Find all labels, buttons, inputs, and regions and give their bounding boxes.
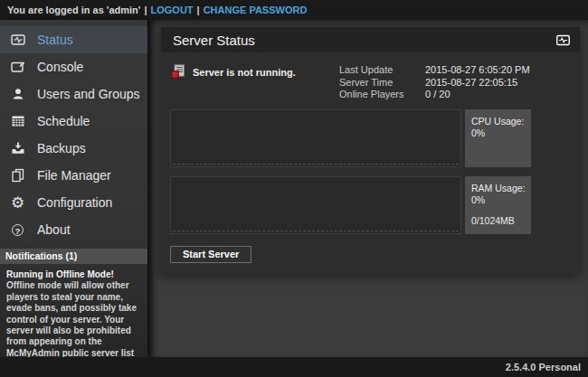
notifications-header: Notifications (1) xyxy=(0,249,147,264)
ram-usage-graph xyxy=(170,176,461,234)
separator: | xyxy=(197,5,200,15)
main-area: Server Status Server is not running. Las… xyxy=(147,20,588,357)
cpu-usage-label: CPU Usage: xyxy=(471,116,527,127)
sidebar-item-backups[interactable]: Backups xyxy=(0,135,147,162)
sidebar-item-console[interactable]: Console xyxy=(0,53,147,80)
file-manager-icon xyxy=(10,168,25,183)
sidebar-item-configuration[interactable]: ⚙ Configuration xyxy=(0,189,147,216)
server-status-message: Server is not running. xyxy=(193,67,296,78)
ram-usage-panel: RAM Usage: 0% 0/1024MB xyxy=(465,176,531,234)
info-row-last-update: Last Update 2015-08-27 6:05:20 PM xyxy=(339,64,565,77)
start-server-button[interactable]: Start Server xyxy=(170,246,251,263)
sidebar-item-label: Console xyxy=(37,60,83,74)
footer-bar: 2.5.4.0 Personal xyxy=(0,357,588,377)
status-icon xyxy=(555,33,571,47)
cpu-usage-value: 0% xyxy=(471,127,527,139)
change-password-link[interactable]: CHANGE PASSWORD xyxy=(204,5,308,15)
sidebar-item-label: File Manager xyxy=(37,168,111,183)
info-label: Online Players xyxy=(339,89,425,101)
console-icon xyxy=(10,60,25,74)
sidebar-item-status[interactable]: Status xyxy=(0,26,147,53)
info-value: 2015-08-27 22:05:15 xyxy=(425,77,565,90)
status-row: Server is not running. Last Update 2015-… xyxy=(170,64,570,101)
sidebar-item-label: Backups xyxy=(37,141,86,156)
sidebar-item-about[interactable]: ? About xyxy=(0,216,147,243)
info-value: 0 / 20 xyxy=(425,89,565,101)
logged-in-text: You are logged in as 'admin' xyxy=(7,5,140,15)
schedule-icon xyxy=(10,114,25,128)
version-label: 2.5.4.0 Personal xyxy=(506,362,581,372)
sidebar-item-label: Configuration xyxy=(37,195,112,210)
info-row-server-time: Server Time 2015-08-27 22:05:15 xyxy=(339,77,565,90)
server-status-card: Server Status Server is not running. Las… xyxy=(161,27,580,275)
graph-zero-line xyxy=(173,164,459,165)
card-body: Server is not running. Last Update 2015-… xyxy=(161,52,580,275)
separator: | xyxy=(144,5,147,15)
sidebar-item-file-manager[interactable]: File Manager xyxy=(0,162,147,189)
status-icon xyxy=(10,33,25,47)
sidebar-item-schedule[interactable]: Schedule xyxy=(0,108,147,135)
gear-icon: ⚙ xyxy=(10,195,25,210)
backups-icon xyxy=(10,141,25,156)
logout-link[interactable]: LOGOUT xyxy=(151,5,194,15)
sidebar-item-users-and-groups[interactable]: Users and Groups xyxy=(0,80,147,108)
server-report-icon xyxy=(170,64,185,79)
info-label: Server Time xyxy=(339,77,425,90)
info-row-online-players: Online Players 0 / 20 xyxy=(339,89,565,101)
cpu-usage-row: CPU Usage: 0% xyxy=(170,109,570,167)
cpu-usage-graph xyxy=(170,109,461,167)
question-icon: ? xyxy=(10,224,25,236)
users-icon xyxy=(10,87,25,101)
notification-title: Running in Offline Mode! xyxy=(6,269,141,280)
ram-usage-row: RAM Usage: 0% 0/1024MB xyxy=(170,176,570,234)
sidebar-item-label: Status xyxy=(37,33,73,47)
ram-usage-detail: 0/1024MB xyxy=(471,215,527,227)
info-label: Last Update xyxy=(339,64,425,77)
card-header: Server Status xyxy=(161,27,580,52)
sidebar: Status Console Users and Groups Schedule… xyxy=(0,20,147,357)
topbar: You are logged in as 'admin'|LOGOUT|CHAN… xyxy=(0,0,588,20)
graph-zero-line xyxy=(173,231,459,231)
ram-usage-label: RAM Usage: xyxy=(471,183,527,194)
cpu-usage-panel: CPU Usage: 0% xyxy=(465,109,531,167)
info-value: 2015-08-27 6:05:20 PM xyxy=(425,64,565,77)
sidebar-item-label: Schedule xyxy=(37,114,90,128)
sidebar-item-label: About xyxy=(37,222,71,237)
server-info-table: Last Update 2015-08-27 6:05:20 PM Server… xyxy=(339,64,565,101)
ram-usage-value: 0% xyxy=(471,194,527,206)
page-title: Server Status xyxy=(173,33,255,48)
sidebar-item-label: Users and Groups xyxy=(37,87,140,101)
